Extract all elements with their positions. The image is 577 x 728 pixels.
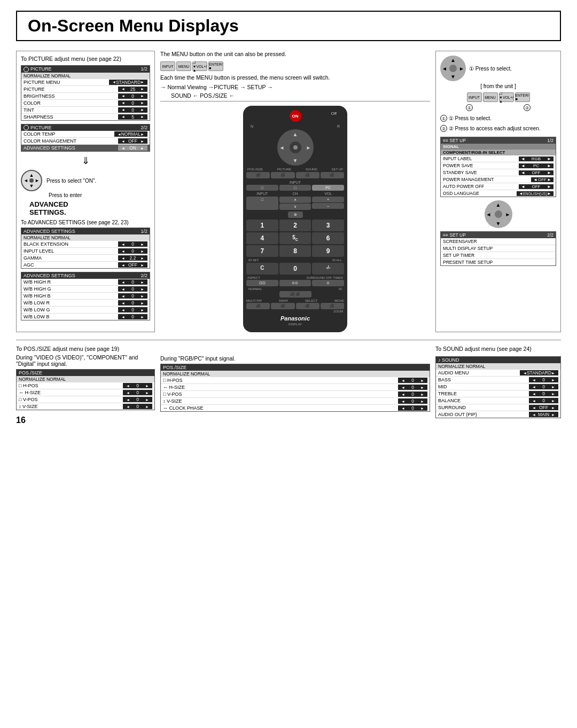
input-btn-2[interactable]: □: [279, 185, 311, 191]
normalize-row-1: NORMALIZE NORMAL: [21, 73, 150, 79]
pos-size-note: To POS./SIZE adjust menu (see page 19): [16, 346, 155, 352]
setup-menu-1: ≡≡ SET UP 1/2 SIGNAL COMPONENT/RGB-IN SE…: [440, 137, 556, 197]
picture-menu-row-1: PICTURE ◄25►: [21, 86, 150, 93]
off-timer-btn[interactable]: ⊙: [312, 280, 344, 286]
setup-row-4: AUTO POWER OFF ◄OFF►: [441, 183, 556, 190]
advanced-menu-2-page: 2/2: [141, 273, 147, 278]
bottom-section: To POS./SIZE adjust menu (see page 19) D…: [16, 340, 561, 425]
picture-menu-2: PICTURE 2/2 COLOR TEMP ◄NORMAL► COLOR MA…: [21, 124, 150, 152]
nav-center[interactable]: [290, 142, 301, 153]
num-6[interactable]: 6: [312, 232, 344, 244]
surround-btn[interactable]: ⊙⊙: [279, 280, 311, 286]
n-r-labels: NR: [246, 124, 344, 128]
pos-size-menu-2: POS./SIZE NORMALIZE NORMAL □ H-POS ◄0► ↔…: [160, 364, 430, 412]
adv2-row-3: W/B LOW R ◄0►: [21, 300, 150, 307]
unit-input-btn: INPUT: [467, 92, 482, 102]
sound-row-1: BASS ◄0►: [436, 377, 560, 383]
menu-switch-note: Each time the MENU button is pressed, th…: [160, 74, 430, 81]
picture-menu-1-header: PICTURE: [30, 66, 52, 72]
pos-row-0: □ H-POS ◄0►: [17, 382, 154, 389]
during-rgb-note: During "RGB/PC" input signal.: [160, 355, 430, 362]
nav-right-arrow[interactable]: ►: [306, 145, 311, 151]
input-btn-1[interactable]: □: [246, 185, 278, 191]
picture-top-note: To PICTURE adjust menu (see page 22): [21, 56, 150, 62]
num-4[interactable]: 4: [246, 232, 278, 244]
pip-btns: ⬛ ⬛ ⬛ ⬛: [246, 303, 344, 309]
pos-size-btn[interactable]: ⬛: [246, 172, 270, 178]
ch-down-btn[interactable]: ∨: [279, 203, 311, 210]
nav-down-arrow[interactable]: ▼: [293, 158, 298, 163]
pos-normalize-2: NORMALIZE NORMAL: [161, 371, 430, 377]
ch-up-btn[interactable]: ∧: [279, 197, 311, 203]
vol-down-btn[interactable]: –: [312, 203, 344, 209]
sound-row-2: MID ◄0►: [436, 383, 560, 390]
nav-up-arrow[interactable]: ▲: [293, 131, 298, 137]
setup-row-5: OSD LANGUAGE ◄ENGLISH(US)►: [441, 190, 556, 197]
pos2-row-2: □ V-POS ◄0►: [161, 391, 430, 398]
ich-labels: INPUT CH VOL: [246, 192, 344, 195]
unit-vol-btn: –/▼VOL+/▲: [499, 92, 514, 102]
num-7[interactable]: 7: [246, 245, 278, 257]
adv-row-0: BLACK EXTENSION ◄0►: [21, 241, 150, 248]
adv2-row-4: W/B LOW G ◄0►: [21, 307, 150, 314]
sound-row-0: AUDIO MENU ◄STANDARD►: [436, 370, 560, 377]
press-select-1: ▲ ▼ ◄ ► ① Press to select.: [440, 56, 556, 81]
advanced-menu-1: ADVANCED SETTINGS 1/2 NORMALIZE NORMAL B…: [21, 228, 150, 269]
press-select-text-1: ① Press to select.: [469, 66, 512, 72]
num-8[interactable]: 8: [279, 245, 311, 257]
swap-btn[interactable]: ⬛: [271, 303, 294, 309]
setup2-row-3: PRESENT TIME SETUP: [441, 259, 556, 265]
extra-row: ⊛: [246, 212, 344, 218]
setup-btn[interactable]: ⬛: [321, 172, 344, 178]
num-2[interactable]: 2: [279, 220, 311, 231]
picture-menu-1-page: 1/2: [141, 66, 147, 72]
extra-btn[interactable]: ⊛: [288, 212, 303, 218]
picture-btn[interactable]: ⬛: [271, 172, 294, 178]
multi-pip-btn[interactable]: ⬛: [246, 303, 270, 309]
picture-menu-2-page: 2/2: [141, 125, 147, 131]
num-5c[interactable]: 5C: [279, 232, 311, 244]
select-btn[interactable]: ⬛: [296, 303, 319, 309]
pos-row-3: ↕ V-SIZE ◄0►: [17, 403, 154, 410]
num-3[interactable]: 3: [312, 220, 344, 231]
sound-row-6: AUDIO OUT (PIP) ◄MAIN►: [436, 411, 560, 418]
setup-1-header: SET UP: [449, 138, 466, 143]
nav-left-arrow[interactable]: ◄: [279, 145, 285, 151]
display-label: DISPLAY: [246, 323, 344, 326]
advanced-settings-label: ADVANCEDSETTINGS.: [29, 200, 150, 216]
num-0[interactable]: 0: [279, 263, 311, 275]
remote-input-btn[interactable]: □: [246, 197, 278, 210]
normal-id-btn[interactable]: ⬛ ⬛: [279, 291, 311, 298]
dash-btn[interactable]: -/-: [312, 263, 344, 275]
page-number: 16: [16, 416, 155, 425]
setup-menu-2: ≡≡ SET UP 2/2 SCREENSAVER MULTI DISPLAY …: [440, 231, 556, 266]
pos2-row-3: ↕ V-SIZE ◄0►: [161, 398, 430, 405]
picture-menu-2-header: PICTURE: [30, 125, 52, 130]
unit-btns-right: INPUT MENU –/▼VOL+/▲ ENTER/■: [440, 92, 556, 102]
num-1[interactable]: 1: [246, 220, 278, 231]
setup2-row-2: SET UP TIMER: [441, 252, 556, 259]
input-row: □ □ PC: [246, 185, 344, 191]
bottom-right: To SOUND adjust menu (see page 24) ♪ SOU…: [435, 346, 561, 425]
off-label: Off: [331, 111, 337, 116]
on-button[interactable]: ON: [290, 110, 301, 122]
unit-btn-menu: MENU: [176, 61, 191, 71]
brand-label: Panasonic: [246, 315, 344, 322]
remote-control: ON Off NR ▲ ▼ ◄ ►: [243, 106, 347, 332]
remote-container: ON Off NR ▲ ▼ ◄ ►: [160, 106, 430, 332]
advanced-menu-2-header: ADVANCED SETTINGS: [24, 273, 75, 278]
aspect-btn[interactable]: ⊡⊡: [246, 280, 278, 286]
unit-btn-enter: ENTER/■: [208, 61, 223, 71]
sound-btn[interactable]: ⬛: [296, 172, 319, 178]
input-btn-pc[interactable]: PC: [312, 185, 344, 191]
normal-view-flow: → Normal Viewing →PICTURE → SETUP →: [160, 84, 430, 90]
picture-menu-row-5: SHARPNESS ◄5►: [21, 114, 150, 120]
num-9[interactable]: 9: [312, 245, 344, 257]
unit-btn-input: INPUT: [160, 61, 175, 71]
move-btn[interactable]: ⬛: [321, 303, 344, 309]
vol-up-btn[interactable]: +: [312, 197, 344, 202]
setup-row-3: POWER MANAGEMENT ◄OFF►: [441, 176, 556, 183]
picture-menu2-row-0: COLOR TEMP ◄NORMAL►: [21, 131, 150, 138]
c-btn[interactable]: C: [246, 263, 278, 275]
adv2-row-0: W/B HIGH R ◄0►: [21, 279, 150, 286]
